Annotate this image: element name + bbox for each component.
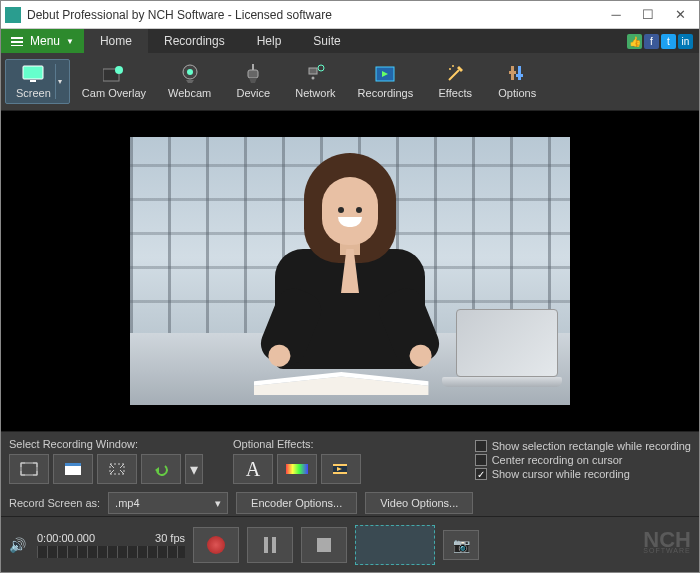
chevron-down-icon: ▾ bbox=[215, 497, 221, 510]
device-icon bbox=[242, 64, 264, 84]
video-preview bbox=[130, 137, 570, 405]
maximize-button[interactable]: ☐ bbox=[641, 8, 655, 22]
svg-rect-22 bbox=[65, 463, 81, 466]
menu-dropdown[interactable]: Menu ▼ bbox=[1, 29, 84, 53]
region-button[interactable] bbox=[97, 454, 137, 484]
titlebar: Debut Professional by NCH Software - Lic… bbox=[1, 1, 699, 29]
svg-rect-18 bbox=[509, 71, 516, 74]
like-icon[interactable]: 👍 bbox=[627, 34, 642, 49]
effects-label: Optional Effects: bbox=[233, 438, 361, 450]
toolbar-effects[interactable]: Effects bbox=[425, 60, 485, 103]
undo-button[interactable] bbox=[141, 454, 181, 484]
window-title: Debut Professional by NCH Software - Lic… bbox=[27, 8, 609, 22]
recording-window-group: Select Recording Window: ▾ bbox=[9, 438, 203, 484]
network-icon bbox=[304, 64, 326, 84]
svg-rect-30 bbox=[264, 537, 268, 553]
toolbar-device[interactable]: Device bbox=[223, 60, 283, 103]
chevron-down-icon: ▼ bbox=[66, 37, 74, 46]
toolbar-network[interactable]: Network bbox=[285, 60, 345, 103]
checkbox-group: Show selection rectangle while recording… bbox=[475, 438, 691, 484]
timeline: 0:00:00.000 30 fps bbox=[37, 532, 185, 558]
thumbnail-preview[interactable] bbox=[355, 525, 435, 565]
preview-area bbox=[1, 111, 699, 431]
options-icon bbox=[506, 64, 528, 84]
toolbar-webcam[interactable]: Webcam bbox=[158, 60, 221, 103]
svg-rect-19 bbox=[516, 74, 523, 77]
facebook-icon[interactable]: f bbox=[644, 34, 659, 49]
bottom-panel: Select Recording Window: ▾ Optional Effe… bbox=[1, 431, 699, 516]
tab-home[interactable]: Home bbox=[84, 29, 148, 53]
toolbar-cam-overlay[interactable]: Cam Overlay bbox=[72, 60, 156, 103]
svg-rect-20 bbox=[21, 463, 37, 475]
hamburger-icon bbox=[11, 37, 23, 46]
cam-overlay-icon bbox=[103, 64, 125, 84]
toolbar-label: Cam Overlay bbox=[82, 87, 146, 99]
tabs: Home Recordings Help Suite bbox=[84, 29, 357, 53]
check-center-cursor[interactable]: Center recording on cursor bbox=[475, 454, 691, 466]
chevron-down-icon[interactable]: ▾ bbox=[55, 64, 65, 99]
toolbar-label: Options bbox=[498, 87, 536, 99]
recording-window-label: Select Recording Window: bbox=[9, 438, 203, 450]
timeline-track[interactable] bbox=[37, 546, 185, 558]
toolbar-options[interactable]: Options bbox=[487, 60, 547, 103]
close-button[interactable]: ✕ bbox=[673, 8, 687, 22]
color-effect-button[interactable] bbox=[277, 454, 317, 484]
encoder-options-button[interactable]: Encoder Options... bbox=[236, 492, 357, 514]
snapshot-button[interactable]: 📷 bbox=[443, 530, 479, 560]
monitor-icon bbox=[22, 64, 44, 84]
linkedin-icon[interactable]: in bbox=[678, 34, 693, 49]
svg-rect-31 bbox=[272, 537, 276, 553]
format-select[interactable]: .mp4▾ bbox=[108, 492, 228, 514]
fullscreen-button[interactable] bbox=[9, 454, 49, 484]
toolbar: Screen ▾ Cam Overlay Webcam Device Netwo… bbox=[1, 53, 699, 111]
toolbar-recordings[interactable]: Recordings bbox=[348, 60, 424, 103]
svg-point-15 bbox=[452, 65, 454, 67]
window-controls: ─ ☐ ✕ bbox=[609, 8, 687, 22]
svg-rect-7 bbox=[252, 64, 254, 70]
stop-button[interactable] bbox=[301, 527, 347, 563]
tab-suite[interactable]: Suite bbox=[297, 29, 356, 53]
video-options-button[interactable]: Video Options... bbox=[365, 492, 473, 514]
svg-rect-17 bbox=[518, 66, 521, 80]
menu-label: Menu bbox=[30, 34, 60, 48]
toolbar-screen[interactable]: Screen ▾ bbox=[5, 59, 70, 104]
toolbar-label: Recordings bbox=[358, 87, 414, 99]
more-button[interactable]: ▾ bbox=[185, 454, 203, 484]
twitter-icon[interactable]: t bbox=[661, 34, 676, 49]
svg-point-14 bbox=[449, 68, 451, 70]
toolbar-label: Webcam bbox=[168, 87, 211, 99]
record-button[interactable] bbox=[193, 527, 239, 563]
tab-recordings[interactable]: Recordings bbox=[148, 29, 241, 53]
svg-rect-0 bbox=[23, 66, 43, 79]
webcam-icon bbox=[179, 64, 201, 84]
effects-group: Optional Effects: A bbox=[233, 438, 361, 484]
check-show-selection[interactable]: Show selection rectangle while recording bbox=[475, 440, 691, 452]
check-show-cursor[interactable]: ✓Show cursor while recording bbox=[475, 468, 691, 480]
svg-rect-27 bbox=[333, 464, 347, 466]
svg-rect-6 bbox=[248, 70, 258, 78]
effects-icon bbox=[444, 64, 466, 84]
window-button[interactable] bbox=[53, 454, 93, 484]
recordings-icon bbox=[374, 64, 396, 84]
filter-effect-button[interactable] bbox=[321, 454, 361, 484]
tab-help[interactable]: Help bbox=[241, 29, 298, 53]
toolbar-label: Screen bbox=[16, 87, 51, 99]
toolbar-label: Effects bbox=[439, 87, 472, 99]
volume-icon[interactable]: 🔊 bbox=[9, 537, 29, 553]
nch-logo: NCHSOFTWARE bbox=[643, 531, 691, 554]
minimize-button[interactable]: ─ bbox=[609, 8, 623, 22]
toolbar-label: Device bbox=[236, 87, 270, 99]
svg-rect-28 bbox=[333, 472, 347, 474]
footer-controls: 🔊 0:00:00.000 30 fps 📷 NCHSOFTWARE bbox=[1, 516, 699, 572]
record-as-label: Record Screen as: bbox=[9, 497, 100, 509]
fps-label: 30 fps bbox=[155, 532, 185, 544]
svg-point-10 bbox=[312, 77, 315, 80]
timecode: 0:00:00.000 bbox=[37, 532, 95, 544]
pause-button[interactable] bbox=[247, 527, 293, 563]
text-effect-button[interactable]: A bbox=[233, 454, 273, 484]
svg-point-9 bbox=[318, 65, 324, 71]
svg-point-3 bbox=[115, 66, 123, 74]
toolbar-label: Network bbox=[295, 87, 335, 99]
app-icon bbox=[5, 7, 21, 23]
svg-rect-32 bbox=[317, 538, 331, 552]
